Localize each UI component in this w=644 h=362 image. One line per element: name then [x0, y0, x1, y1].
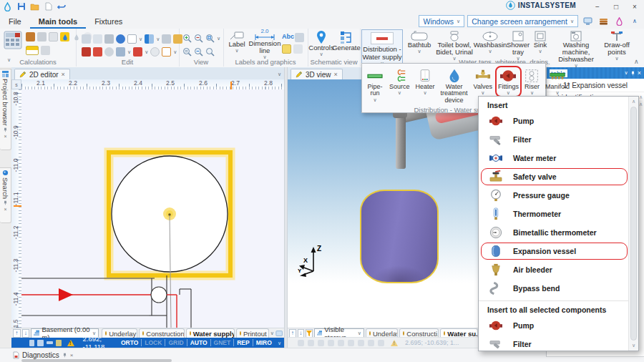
- open-folder-icon[interactable]: [30, 2, 39, 11]
- close-icon[interactable]: ×: [70, 352, 74, 358]
- menu-item-bimetallic-thermometer[interactable]: Bimetallic thermometer: [479, 223, 629, 242]
- refresh-icon[interactable]: [49, 32, 58, 41]
- pin-icon[interactable]: [62, 353, 67, 358]
- dim-icon[interactable]: [318, 340, 324, 346]
- menu-item-bypass-bend[interactable]: Bypass bend: [479, 279, 629, 298]
- circle-tool-icon[interactable]: [150, 47, 160, 57]
- copy-status-icon[interactable]: [37, 340, 44, 346]
- zoom-fit-icon[interactable]: [205, 34, 215, 43]
- tab-3d-view[interactable]: 3D view ×: [291, 69, 343, 79]
- mode-miro[interactable]: MIRO: [253, 339, 275, 346]
- undo-edit-icon[interactable]: [116, 34, 125, 44]
- dim-icon[interactable]: [338, 340, 344, 346]
- ribbon-collapse-icon[interactable]: ∧: [634, 59, 639, 65]
- horizontal-scrollbar[interactable]: [21, 359, 172, 362]
- table-icon[interactable]: [293, 44, 303, 54]
- clipboard-icon[interactable]: [104, 34, 114, 44]
- flyout-fittings[interactable]: Fittings∨: [495, 66, 522, 97]
- zoom-storey-icon[interactable]: [182, 47, 192, 57]
- pin-icon[interactable]: [3, 127, 8, 132]
- zoom-in-icon[interactable]: [182, 34, 192, 43]
- storey-up-icon[interactable]: ↑: [289, 329, 296, 338]
- close-icon[interactable]: ×: [638, 69, 641, 77]
- 3d-viewport[interactable]: Z X Y: [288, 79, 478, 328]
- menu-scrollbar[interactable]: ∧ ∨: [628, 97, 638, 351]
- paste-icon[interactable]: [93, 34, 102, 44]
- maximize-icon[interactable]: □: [607, 0, 625, 13]
- dim-icon[interactable]: [308, 340, 314, 346]
- mode-orto[interactable]: ORTO: [118, 339, 142, 346]
- flyout-manifold[interactable]: Manifold∨: [542, 66, 572, 97]
- mirror-icon[interactable]: [145, 34, 154, 44]
- zoom-selection-icon[interactable]: [194, 34, 203, 43]
- mode-gnet[interactable]: GNET: [211, 339, 235, 346]
- warning-icon[interactable]: [67, 340, 74, 346]
- filter-icon[interactable]: [306, 329, 313, 338]
- split-more-icon[interactable]: ∨: [139, 36, 142, 41]
- dim-icon[interactable]: [368, 340, 374, 346]
- warning-icon[interactable]: [391, 340, 398, 346]
- expansion-vessel-3d[interactable]: [360, 190, 439, 283]
- storey-down-icon[interactable]: ↓: [298, 329, 305, 338]
- selection-frame-icon[interactable]: [127, 34, 137, 44]
- scrollbar-thumb[interactable]: [630, 107, 637, 341]
- measure-icon[interactable]: [133, 47, 142, 57]
- generate-button[interactable]: Generate: [334, 30, 358, 52]
- 2d-drawing-canvas[interactable]: [21, 89, 284, 328]
- controls-button[interactable]: Controls∨: [309, 30, 333, 57]
- pin-icon[interactable]: [3, 200, 8, 205]
- new-document-icon[interactable]: [44, 2, 53, 11]
- tab-2d-editor[interactable]: 2D editor ×: [14, 69, 70, 79]
- menu-item-thermometer[interactable]: Thermometer: [479, 205, 629, 223]
- undo-icon[interactable]: [57, 2, 67, 11]
- chevron-down-icon[interactable]: ∨: [625, 70, 628, 76]
- cut-icon[interactable]: [82, 47, 91, 57]
- mirror-more-icon[interactable]: ∨: [156, 36, 160, 41]
- copy-icon[interactable]: [82, 34, 91, 44]
- mode-auto[interactable]: AUTO: [187, 339, 211, 346]
- status-more-icon[interactable]: ∨: [278, 341, 281, 346]
- sidebar-tab-search[interactable]: Search ×: [0, 167, 11, 223]
- flyout-heater[interactable]: Heater∨: [413, 66, 438, 97]
- scroll-up-icon[interactable]: ∧: [639, 102, 643, 107]
- menu-item-pump[interactable]: Pump: [479, 112, 629, 130]
- menu-item-filter-all[interactable]: Filter: [479, 335, 629, 351]
- shower-tray-button[interactable]: Shower tray∨: [506, 31, 530, 61]
- menu-item-expansion-vessel[interactable]: Expansion vessel: [479, 242, 629, 260]
- sidebar-tab-project-browser[interactable]: Project browser ×: [0, 69, 11, 150]
- dim-icon[interactable]: [378, 340, 384, 346]
- dim-icon[interactable]: [358, 340, 364, 346]
- windows-dropdown[interactable]: Windows∨: [419, 15, 464, 27]
- flyout-valves[interactable]: Valves∨: [471, 66, 495, 97]
- menu-item-water-meter[interactable]: Water meter: [479, 149, 629, 167]
- text-frame-icon[interactable]: [162, 47, 171, 57]
- layer-tab-printout[interactable]: Printout: [236, 328, 269, 338]
- sink-button[interactable]: Sink∨: [531, 31, 550, 54]
- monitor-icon[interactable]: [581, 15, 594, 27]
- dim-icon[interactable]: [298, 340, 304, 346]
- layer-tab-construction[interactable]: Construction: [139, 328, 184, 338]
- drop-tool-icon[interactable]: [613, 15, 625, 27]
- list-icon[interactable]: [295, 33, 304, 42]
- flag-status-icon[interactable]: [56, 340, 61, 346]
- flyout-pipe-run[interactable]: Pipe-run∨: [364, 66, 386, 104]
- measure-more-icon[interactable]: ∨: [145, 49, 148, 54]
- app-logo-icon[interactable]: [3, 2, 12, 11]
- painter-more-icon[interactable]: ∨: [127, 49, 131, 54]
- zoom-previous-icon[interactable]: [205, 47, 215, 57]
- text-more-icon[interactable]: ∨: [173, 49, 177, 54]
- screen-arrangement-dropdown[interactable]: Change screen arrangement∨: [467, 15, 578, 27]
- ruler-unit-button[interactable]: s: [11, 79, 21, 89]
- results-icon[interactable]: [26, 46, 39, 55]
- dim-icon[interactable]: [348, 340, 354, 346]
- storey-down-icon[interactable]: ↓: [22, 329, 30, 338]
- note-icon[interactable]: [282, 44, 291, 54]
- label-button[interactable]: Label∨: [226, 31, 248, 53]
- doc-status-icon[interactable]: [29, 340, 34, 346]
- format-painter-icon[interactable]: [116, 47, 125, 57]
- scroll-up-icon[interactable]: ∧: [639, 94, 643, 100]
- menu-item-filter[interactable]: Filter: [479, 130, 629, 149]
- layer-list-icon[interactable]: ∨: [270, 331, 274, 336]
- scroll-down-icon[interactable]: ∨: [629, 343, 638, 348]
- menu-item-safety-valve[interactable]: Safety valve: [479, 167, 629, 186]
